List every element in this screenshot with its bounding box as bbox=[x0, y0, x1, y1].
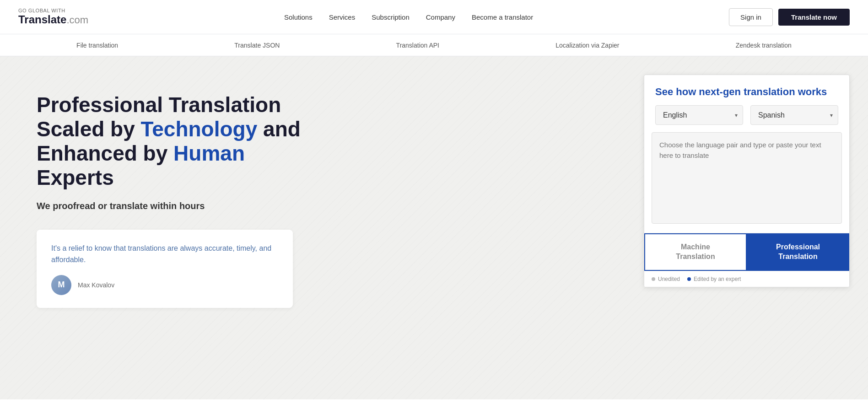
avatar-letter: M bbox=[58, 280, 65, 290]
translation-input[interactable] bbox=[652, 132, 842, 224]
subnav-translate-json[interactable]: Translate JSON bbox=[234, 42, 280, 49]
headline-part2: Scaled by bbox=[37, 117, 141, 141]
logo-dotcom: .com bbox=[66, 14, 88, 26]
status-unedited: Unedited bbox=[652, 276, 680, 282]
main-nav: Solutions Services Subscription Company … bbox=[284, 13, 533, 21]
widget-title: See how next-gen translation works bbox=[644, 75, 849, 105]
headline-part1: Professional Translation bbox=[37, 93, 281, 117]
professional-translation-button[interactable]: ProfessionalTranslation bbox=[747, 233, 849, 271]
language-selectors: English French German Spanish ▾ Spanish … bbox=[644, 105, 849, 132]
subnav-localization-zapier[interactable]: Localization via Zapier bbox=[555, 42, 619, 49]
logo-main: Translate .com bbox=[18, 13, 88, 26]
headline-part5: Experts bbox=[37, 166, 114, 189]
status-row: Unedited Edited by an expert bbox=[644, 271, 849, 287]
status-dot-edited bbox=[687, 277, 691, 281]
testimonial-author: M Max Kovalov bbox=[51, 275, 278, 295]
testimonial-card: It's a relief to know that translations … bbox=[37, 230, 293, 308]
logo-tagline: GO GLOBAL WITH bbox=[18, 8, 88, 13]
text-area-wrapper bbox=[644, 132, 849, 233]
nav-subscription[interactable]: Subscription bbox=[372, 13, 410, 21]
nav-become-translator[interactable]: Become a translator bbox=[472, 13, 533, 21]
action-buttons: MachineTranslation ProfessionalTranslati… bbox=[644, 233, 849, 271]
header: GO GLOBAL WITH Translate .com Solutions … bbox=[0, 0, 868, 34]
machine-translation-button[interactable]: MachineTranslation bbox=[644, 233, 747, 271]
nav-company[interactable]: Company bbox=[426, 13, 455, 21]
subnav-translation-api[interactable]: Translation API bbox=[396, 42, 439, 49]
sub-nav: File translation Translate JSON Translat… bbox=[0, 34, 868, 56]
target-lang-wrapper: Spanish French German English ▾ bbox=[750, 105, 838, 125]
headline-part3: and bbox=[257, 117, 301, 141]
header-actions: Sign in Translate now bbox=[729, 8, 850, 26]
hero-section: Professional Translation Scaled by Techn… bbox=[0, 56, 868, 399]
headline-highlight2: Human bbox=[173, 141, 245, 165]
source-lang-wrapper: English French German Spanish ▾ bbox=[655, 105, 743, 125]
logo-area: GO GLOBAL WITH Translate .com bbox=[18, 8, 88, 26]
subnav-zendesk-translation[interactable]: Zendesk translation bbox=[736, 42, 792, 49]
target-language-select[interactable]: Spanish French German English bbox=[750, 105, 838, 125]
hero-subtext: We proofread or translate within hours bbox=[37, 201, 603, 211]
status-unedited-label: Unedited bbox=[658, 276, 680, 282]
translation-widget: See how next-gen translation works Engli… bbox=[644, 75, 850, 287]
nav-services[interactable]: Services bbox=[329, 13, 356, 21]
hero-right: See how next-gen translation works Engli… bbox=[630, 56, 868, 399]
hero-headline: Professional Translation Scaled by Techn… bbox=[37, 93, 603, 190]
sign-in-button[interactable]: Sign in bbox=[729, 8, 773, 26]
source-language-select[interactable]: English French German Spanish bbox=[655, 105, 743, 125]
nav-solutions[interactable]: Solutions bbox=[284, 13, 313, 21]
author-avatar: M bbox=[51, 275, 71, 295]
subnav-file-translation[interactable]: File translation bbox=[76, 42, 118, 49]
headline-highlight1: Technology bbox=[141, 117, 258, 141]
status-edited-label: Edited by an expert bbox=[694, 276, 741, 282]
headline-part4: Enhanced by bbox=[37, 141, 173, 165]
status-edited: Edited by an expert bbox=[687, 276, 741, 282]
testimonial-text: It's a relief to know that translations … bbox=[51, 242, 278, 266]
status-dot-unedited bbox=[652, 277, 655, 281]
translate-now-button[interactable]: Translate now bbox=[778, 9, 850, 26]
author-name: Max Kovalov bbox=[78, 281, 114, 289]
logo-translate: Translate bbox=[18, 13, 66, 26]
hero-left: Professional Translation Scaled by Techn… bbox=[0, 56, 630, 399]
